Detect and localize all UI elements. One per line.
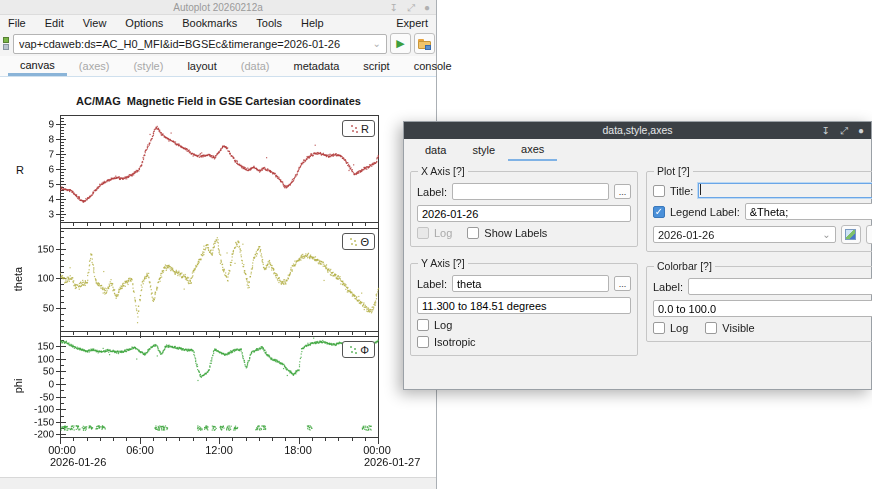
menu-edit[interactable]: Edit [45,17,64,29]
legend-swatch-r [350,124,359,133]
x-tick-0000-left: 00:00 [48,444,76,456]
y-axis-group-title[interactable]: Y Axis [?] [418,257,468,269]
colorbar-label-caption: Label: [653,281,683,293]
y-axis-label-input[interactable] [452,275,609,292]
legend-phi[interactable]: Φ [342,341,375,358]
x-axis-show-labels-checkbox[interactable] [467,227,479,239]
plot-phi[interactable] [30,334,382,445]
y-axis-range-input[interactable] [417,297,631,314]
x-tick-0600: 06:00 [126,444,154,456]
chevron-down-icon[interactable]: ⌄ [368,38,386,49]
colorbar-log-checkbox[interactable] [653,322,665,334]
legend-label-phi: Φ [360,344,369,356]
tab-metadata[interactable]: metadata [281,56,351,76]
folder-icon [418,39,431,49]
colorbar-group-title[interactable]: Colorbar [?] [654,260,715,272]
tab-script[interactable]: script [351,56,401,76]
y-axis-log-label: Log [434,319,452,331]
menu-bookmarks[interactable]: Bookmarks [182,17,237,29]
menu-options[interactable]: Options [125,17,163,29]
timerange-tool-button[interactable] [841,225,861,244]
tab-dialog-style[interactable]: style [459,139,508,161]
menu-tools[interactable]: Tools [256,17,282,29]
x-axis-label-more-button[interactable]: ... [614,184,631,199]
legend-label-r: R [361,123,369,135]
y-axis-label-caption: Label: [417,278,447,290]
plot-title-input[interactable] [698,183,872,198]
colorbar-log-label: Log [670,322,688,334]
x-date-right: 2026-01-27 [364,456,420,468]
restore-icon[interactable]: ⤢ [407,0,415,15]
x-axis-log-label: Log [434,227,452,239]
x-tick-0000-right: 00:00 [363,444,391,456]
plot-theta[interactable] [30,226,382,339]
autoplot-window: Autoplot 20260212a ↧ ⤢ ● File Edit View … [0,0,437,489]
y-axis-label-phi[interactable]: phi [12,379,24,394]
y-axis-label-r[interactable]: R [16,164,24,176]
menu-view[interactable]: View [83,17,107,29]
menu-bar: File Edit View Options Bookmarks Tools H… [0,15,436,31]
timerange-combo[interactable]: 2026-01-26 ⌄ [653,226,836,243]
x-tick-1800: 18:00 [284,444,312,456]
x-axis-group-title[interactable]: X Axis [?] [418,165,468,177]
x-axis-range-input[interactable] [417,205,631,222]
x-axis-label-caption: Label: [417,186,447,198]
uri-input[interactable]: vap+cdaweb:ds=AC_H0_MFI&id=BGSEc&timeran… [13,34,387,54]
tab-layout[interactable]: layout [175,56,228,76]
uri-value[interactable]: vap+cdaweb:ds=AC_H0_MFI&id=BGSEc&timeran… [19,38,368,50]
window-titlebar[interactable]: Autoplot 20260212a ↧ ⤢ ● [0,0,436,15]
dialog-titlebar[interactable]: data,style,axes ↧ ⤢ ● [404,122,871,139]
pin-icon[interactable]: ↧ [390,0,398,15]
datasource-icon [2,37,10,51]
timerange-value: 2026-01-26 [658,229,818,241]
previous-interval-button[interactable]: ◀◀ [866,225,872,244]
menu-help[interactable]: Help [301,17,324,29]
colorbar-range-input[interactable] [653,300,872,317]
tab-console[interactable]: console [402,56,464,76]
colorbar-visible-label: Visible [722,322,754,334]
tab-style[interactable]: (style) [121,56,175,76]
plot-canvas-area[interactable]: AC/MAG Magnetic Field in GSE Cartesian c… [0,78,436,477]
x-axis-label-input[interactable] [452,183,609,200]
plot-legend-input[interactable] [745,203,872,220]
x-date-left: 2026-01-26 [50,456,106,468]
timerange-icon [845,229,856,240]
y-axis-isotropic-checkbox[interactable] [417,336,429,348]
legend-r[interactable]: R [342,120,375,137]
tab-canvas[interactable]: canvas [8,56,67,76]
browse-button[interactable] [414,33,435,54]
go-button[interactable]: ▶ [390,33,411,54]
plot-title-caption: Title: [670,185,693,197]
main-tab-bar: canvas (axes) (style) layout (data) meta… [0,56,436,77]
window-title: Autoplot 20260212a [173,2,263,13]
pin-icon[interactable]: ↧ [822,122,830,139]
tab-dialog-data[interactable]: data [412,139,459,161]
x-axis-log-checkbox[interactable] [417,227,429,239]
y-axis-isotropic-label: Isotropic [434,336,476,348]
colorbar-label-input[interactable] [688,278,872,295]
tab-data[interactable]: (data) [229,56,282,76]
dialog-title: data,style,axes [602,124,672,136]
plot-r[interactable] [30,113,382,230]
legend-theta[interactable]: Θ [342,233,375,250]
check-icon: ✓ [655,206,663,217]
tab-axes[interactable]: (axes) [67,56,122,76]
plot-group-title[interactable]: Plot [?] [654,165,693,177]
x-tick-1200: 12:00 [205,444,233,456]
plot-legend-checkbox[interactable]: ✓ [653,206,665,218]
restore-icon[interactable]: ⤢ [840,122,848,139]
close-icon[interactable]: ● [858,122,864,139]
tab-dialog-axes[interactable]: axes [508,139,557,161]
status-bar [0,477,436,489]
dialog-tab-bar: data style axes [404,139,871,161]
colorbar-visible-checkbox[interactable] [705,322,717,334]
plot-title-checkbox[interactable] [653,185,665,197]
y-axis-log-checkbox[interactable] [417,319,429,331]
address-toolbar: vap+cdaweb:ds=AC_H0_MFI&id=BGSEc&timeran… [0,31,436,56]
close-icon[interactable]: ● [424,0,430,15]
menu-file[interactable]: File [8,17,26,29]
legend-label-theta: Θ [360,236,369,248]
y-axis-label-theta[interactable]: theta [12,267,24,291]
expert-menu[interactable]: Expert [396,15,428,31]
y-axis-label-more-button[interactable]: ... [614,276,631,291]
